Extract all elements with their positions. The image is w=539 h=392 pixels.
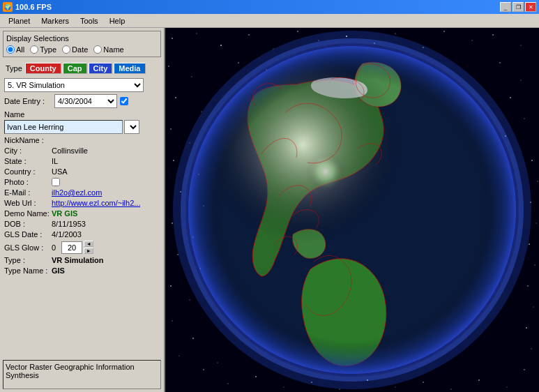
country-row: Country : USA bbox=[4, 167, 160, 176]
country-value: USA bbox=[52, 167, 68, 176]
gls-num-input[interactable] bbox=[61, 241, 82, 254]
restore-button[interactable]: ❐ bbox=[513, 2, 524, 12]
glsglow-value: 0 bbox=[52, 243, 56, 252]
radio-all-input[interactable] bbox=[6, 45, 15, 54]
photo-row: Photo : bbox=[4, 178, 160, 186]
photo-label: Photo : bbox=[4, 178, 52, 186]
nickname-label: NickName : bbox=[4, 136, 52, 144]
media-button[interactable]: Media bbox=[114, 63, 145, 74]
title-bar: 🌍 100.6 FPS _ ❐ ✕ bbox=[0, 0, 539, 14]
county-button[interactable]: County bbox=[25, 63, 61, 74]
close-button[interactable]: ✕ bbox=[525, 2, 536, 12]
menu-tools[interactable]: Tools bbox=[75, 15, 104, 27]
email-value[interactable]: ilh2o@ezl.com bbox=[52, 188, 102, 197]
menu-planet[interactable]: Planet bbox=[3, 15, 36, 27]
svg-point-8 bbox=[186, 44, 518, 376]
menu-markers[interactable]: Markers bbox=[36, 15, 75, 27]
gls-spinner: ◄ ► bbox=[61, 241, 93, 254]
radio-type-input[interactable] bbox=[30, 45, 38, 54]
radio-name-input[interactable] bbox=[93, 45, 102, 54]
dob-row: DOB : 8/11/1953 bbox=[4, 220, 160, 228]
menu-help[interactable]: Help bbox=[104, 15, 131, 27]
city-value: Collinsville bbox=[52, 146, 88, 155]
photo-checkbox[interactable] bbox=[52, 178, 60, 186]
state-value: IL bbox=[52, 157, 58, 165]
name-row: Name bbox=[4, 110, 160, 134]
glsdate-value: 4/1/2003 bbox=[52, 230, 82, 239]
typename-row: Type Name : GIS bbox=[4, 266, 160, 275]
radio-name[interactable]: Name bbox=[93, 45, 123, 54]
bottom-text-content: Vector Raster Geographic InformationSynt… bbox=[6, 363, 135, 379]
name-dropdown[interactable] bbox=[124, 120, 139, 134]
app-icon: 🌍 bbox=[3, 2, 13, 12]
spin-down-button[interactable]: ► bbox=[84, 248, 93, 254]
menu-bar: Planet Markers Tools Help bbox=[0, 14, 539, 28]
date-label: Date Entry : bbox=[4, 97, 52, 105]
type-buttons-label: Type bbox=[6, 64, 22, 73]
radio-all[interactable]: All bbox=[6, 45, 24, 54]
fps-display: 100.6 FPS bbox=[15, 3, 52, 11]
spin-up-button[interactable]: ◄ bbox=[84, 241, 93, 247]
globe-area bbox=[165, 28, 539, 392]
spin-buttons: ◄ ► bbox=[84, 241, 93, 254]
cap-button[interactable]: Cap bbox=[63, 63, 87, 74]
minimize-button[interactable]: _ bbox=[500, 2, 511, 12]
name-label: Name bbox=[4, 110, 160, 119]
country-label: Country : bbox=[4, 167, 52, 176]
main-layout: Display Selections All Type Date Name bbox=[0, 28, 539, 392]
weburl-label: Web Url : bbox=[4, 199, 52, 207]
form-type-row: 5. VR Simulation Date Entry : 4/30/2004 … bbox=[0, 77, 164, 357]
dob-value: 8/11/1953 bbox=[52, 220, 86, 228]
state-label: State : bbox=[4, 157, 52, 165]
glsglow-label: GLS Glow : bbox=[4, 243, 52, 252]
weburl-row: Web Url : http://www.ezl.com/~ilh2... bbox=[4, 199, 160, 207]
radio-date[interactable]: Date bbox=[62, 45, 88, 54]
date-select[interactable]: 4/30/2004 bbox=[54, 94, 117, 108]
name-input[interactable] bbox=[4, 120, 123, 134]
city-label: City : bbox=[4, 146, 52, 155]
city-row: City : Collinsville bbox=[4, 146, 160, 155]
title-bar-buttons: _ ❐ ✕ bbox=[500, 2, 536, 12]
glsdate-row: GLS Date : 4/1/2003 bbox=[4, 230, 160, 239]
left-panel: Display Selections All Type Date Name bbox=[0, 28, 165, 392]
dob-label: DOB : bbox=[4, 220, 52, 228]
demoname-value: VR GIS bbox=[52, 209, 77, 218]
date-entry-row: Date Entry : 4/30/2004 bbox=[4, 94, 160, 108]
globe-svg bbox=[171, 29, 533, 391]
typename-value: GIS bbox=[52, 266, 65, 275]
glsglow-row: GLS Glow : 0 ◄ ► bbox=[4, 241, 160, 254]
radio-type[interactable]: Type bbox=[30, 45, 56, 54]
display-selections-group: Display Selections All Type Date Name bbox=[3, 31, 161, 57]
state-row: State : IL bbox=[4, 157, 160, 165]
radio-row: All Type Date Name bbox=[6, 45, 158, 54]
demoname-row: Demo Name: VR GIS bbox=[4, 209, 160, 218]
demoname-label: Demo Name: bbox=[4, 209, 52, 218]
email-row: E-Mail : ilh2o@ezl.com bbox=[4, 188, 160, 197]
nickname-row: NickName : bbox=[4, 136, 160, 144]
display-selections-title: Display Selections bbox=[6, 34, 158, 43]
bottom-text-area: Vector Raster Geographic InformationSynt… bbox=[3, 360, 161, 389]
city-button[interactable]: City bbox=[89, 63, 113, 74]
type-value: VR Simulation bbox=[52, 256, 104, 264]
email-label: E-Mail : bbox=[4, 188, 52, 197]
glsdate-label: GLS Date : bbox=[4, 230, 52, 239]
typename-label: Type Name : bbox=[4, 266, 52, 275]
type-select[interactable]: 5. VR Simulation bbox=[4, 78, 144, 92]
type-buttons-row: Type County Cap City Media bbox=[3, 61, 161, 75]
name-select-row bbox=[4, 120, 160, 134]
date-checkbox[interactable] bbox=[120, 97, 128, 105]
title-left: 🌍 100.6 FPS bbox=[3, 2, 52, 12]
type-select-row: 5. VR Simulation bbox=[4, 78, 160, 92]
weburl-value[interactable]: http://www.ezl.com/~ilh2... bbox=[52, 199, 140, 207]
type-value-label: Type : bbox=[4, 256, 52, 264]
radio-date-input[interactable] bbox=[62, 45, 70, 54]
type-value-row: Type : VR Simulation bbox=[4, 256, 160, 264]
